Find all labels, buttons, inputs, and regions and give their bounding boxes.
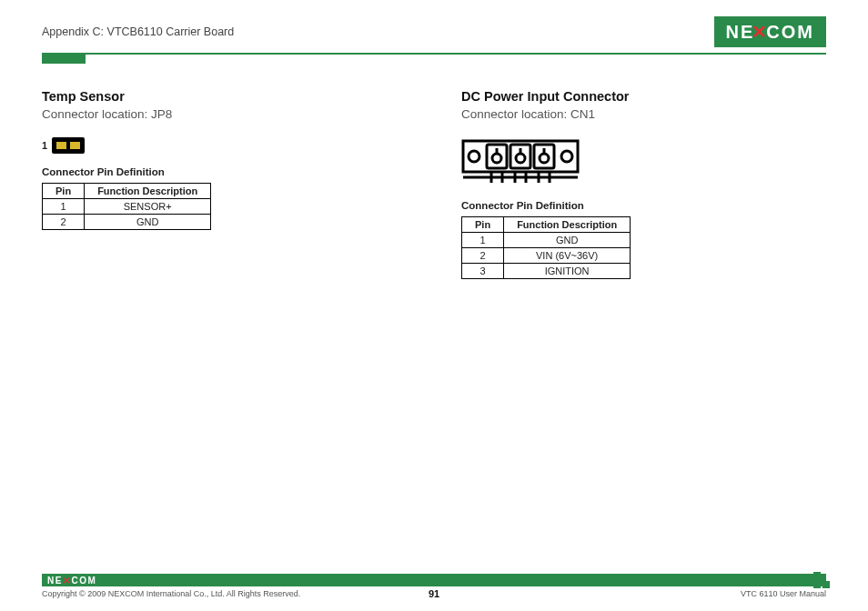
svg-rect-4: [487, 145, 507, 168]
jp8-diagram: 1: [42, 137, 85, 154]
copyright-text: Copyright © 2009 NEXCOM International Co…: [42, 589, 300, 598]
pin1-label: 1: [42, 140, 47, 151]
table-row: 1 GND: [462, 233, 631, 248]
appendix-title: Appendix C: VTCB6110 Carrier Board: [42, 25, 234, 38]
jp8-connector-icon: [52, 137, 85, 154]
th-pin: Pin: [43, 184, 85, 199]
svg-rect-10: [534, 145, 554, 168]
svg-point-3: [561, 151, 572, 162]
cn1-connector-icon: [461, 137, 580, 187]
manual-name: VTC 6110 User Manual: [741, 589, 826, 598]
footer-dots-icon: [813, 572, 830, 588]
page-number: 91: [429, 588, 439, 599]
jp8-table-caption: Connector Pin Definition: [42, 166, 407, 177]
th-func: Function Description: [85, 184, 211, 199]
dc-power-location: Connector location: CN1: [461, 107, 826, 121]
table-row: 2 GND: [43, 215, 211, 230]
dc-power-title: DC Power Input Connector: [461, 89, 826, 104]
logo-left: NE: [726, 22, 755, 43]
right-column: DC Power Input Connector Connector locat…: [461, 89, 826, 279]
pad-icon: [56, 141, 67, 150]
cn1-pin-table: Pin Function Description 1 GND 2 VIN (6V…: [461, 216, 631, 279]
left-column: Temp Sensor Connector location: JP8 1 Co…: [42, 89, 407, 279]
header-rule: [42, 53, 826, 55]
side-tab-accent: [42, 53, 86, 64]
page-header: Appendix C: VTCB6110 Carrier Board NE ✕ …: [0, 0, 868, 53]
table-row: 3 IGNITION: [462, 264, 631, 279]
table-row: 2 VIN (6V~36V): [462, 248, 631, 264]
jp8-pin-table: Pin Function Description 1 SENSOR+ 2 GND: [42, 183, 211, 230]
table-row: 1 SENSOR+: [43, 199, 211, 215]
th-func: Function Description: [504, 217, 631, 233]
cn1-diagram: [461, 137, 826, 187]
nexcom-logo: NE ✕ COM: [714, 16, 826, 47]
pad-icon: [69, 141, 81, 150]
svg-point-11: [540, 154, 549, 163]
cn1-table-caption: Connector Pin Definition: [461, 200, 826, 211]
temp-sensor-title: Temp Sensor: [42, 89, 407, 104]
logo-x-icon: ✕: [63, 576, 72, 586]
th-pin: Pin: [462, 217, 504, 233]
page-content: Temp Sensor Connector location: JP8 1 Co…: [0, 64, 868, 279]
footer-bar: NE✕COM: [42, 574, 826, 586]
footer-logo: NE✕COM: [47, 576, 96, 586]
footer-meta: Copyright © 2009 NEXCOM International Co…: [42, 589, 826, 598]
svg-rect-7: [510, 145, 530, 168]
svg-point-2: [469, 151, 479, 162]
svg-point-8: [516, 154, 525, 163]
logo-right: COM: [766, 22, 814, 43]
temp-sensor-location: Connector location: JP8: [42, 107, 407, 121]
svg-point-5: [492, 154, 501, 163]
page-footer: NE✕COM Copyright © 2009 NEXCOM Internati…: [0, 574, 868, 598]
